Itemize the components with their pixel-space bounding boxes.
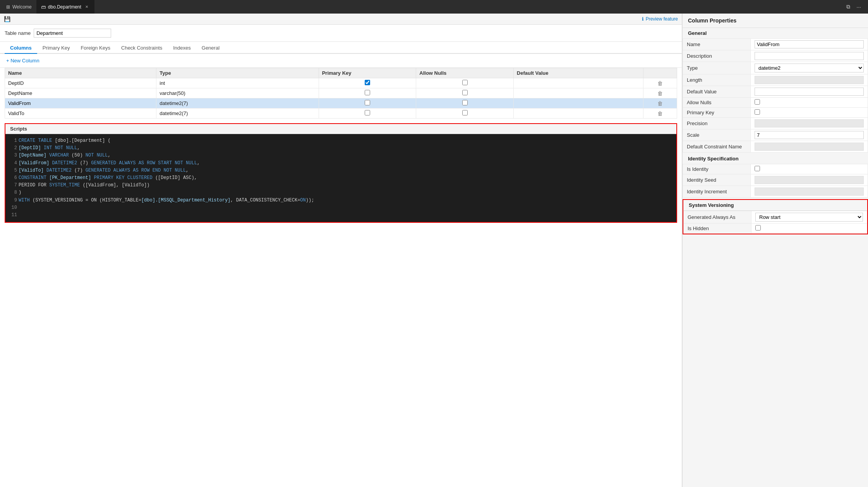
line-code: CONSTRAINT [PK_Department] PRIMARY KEY C…	[19, 174, 197, 182]
table-row[interactable]: DeptIDint🗑	[5, 78, 677, 88]
null-checkbox[interactable]	[462, 100, 468, 105]
system-versioning-props-table: Generated Always As Row start Row end No…	[683, 211, 867, 234]
col-props-header: Column Properties	[683, 14, 868, 28]
prop-input-scale[interactable]	[755, 131, 864, 139]
column-type-cell: varchar(50)	[156, 88, 319, 98]
prop-select-type[interactable]: datetime2 int varchar nvarchar bit decim…	[755, 64, 864, 72]
column-name-input[interactable]	[8, 100, 153, 106]
prop-label-length: Length	[683, 74, 751, 86]
column-type-cell: int	[156, 78, 319, 88]
welcome-tab-label: Welcome	[12, 4, 32, 10]
tab-columns[interactable]: Columns	[5, 42, 37, 54]
prop-select-generated-always-as[interactable]: Row start Row end None	[755, 213, 863, 222]
tab-primary-key[interactable]: Primary Key	[37, 42, 75, 54]
line-number: 10	[10, 204, 17, 212]
identity-section-header: Identity Specification	[683, 153, 868, 164]
prop-label-generated-always-as: Generated Always As	[684, 211, 751, 224]
script-line: 3 [DeptName] VARCHAR (50) NOT NULL,	[10, 152, 672, 159]
prop-checkbox-is-hidden[interactable]	[755, 225, 761, 231]
tab-check-constraints[interactable]: Check Constraints	[116, 42, 168, 54]
system-versioning-section: System Versioning Generated Always As Ro…	[683, 199, 868, 234]
table-row[interactable]: ValidTodatetime2(7)🗑	[5, 108, 677, 119]
prop-label-default-value: Default Value	[683, 86, 751, 98]
pk-checkbox[interactable]	[365, 80, 370, 85]
null-checkbox[interactable]	[462, 90, 468, 95]
line-number: 1	[10, 137, 17, 145]
script-line: 2 [DeptID] INT NOT NULL,	[10, 145, 672, 152]
pk-checkbox[interactable]	[365, 90, 370, 95]
null-checkbox[interactable]	[462, 80, 468, 85]
line-number: 11	[10, 212, 17, 219]
prop-readonly-identity-seed	[755, 176, 864, 184]
prop-row-precision: Precision	[683, 118, 868, 129]
col-header-pk: Primary Key	[319, 68, 416, 78]
prop-label-type: Type	[683, 62, 751, 74]
prop-label-scale: Scale	[683, 129, 751, 141]
close-tab-icon[interactable]: ✕	[84, 4, 90, 10]
system-versioning-header: System Versioning	[683, 200, 867, 211]
script-line: 8)	[10, 189, 672, 196]
delete-row-icon[interactable]: 🗑	[657, 90, 663, 96]
general-props-table: Name Description Type datetime2 int varc…	[683, 38, 868, 153]
table-row[interactable]: DeptNamevarchar(50)🗑	[5, 88, 677, 98]
tab-actions: ⧉ ···	[844, 2, 866, 12]
tabs-container: ⊞ Welcome 🗃 dbo.Department ✕	[2, 0, 94, 14]
prop-label-description: Description	[683, 50, 751, 62]
prop-row-default-constraint-name: Default Constraint Name	[683, 141, 868, 153]
prop-row-identity-seed: Identity Seed	[683, 174, 868, 186]
tab-indexes[interactable]: Indexes	[168, 42, 196, 54]
tab-department[interactable]: 🗃 dbo.Department ✕	[36, 0, 94, 14]
prop-input-default-value[interactable]	[755, 88, 864, 96]
tab-foreign-keys[interactable]: Foreign Keys	[75, 42, 116, 54]
delete-row-icon[interactable]: 🗑	[657, 110, 663, 117]
line-code: [ValidFrom] DATETIME2 (7) GENERATED ALWA…	[19, 160, 200, 167]
prop-row-generated-always-as: Generated Always As Row start Row end No…	[684, 211, 867, 224]
col-header-type: Type	[156, 68, 319, 78]
save-icon[interactable]: 💾	[4, 16, 10, 22]
identity-props-table: Is Identity Identity Seed Identity Incre…	[683, 164, 868, 198]
column-default-cell	[513, 88, 643, 98]
split-editor-button[interactable]: ⧉	[844, 2, 853, 12]
column-type-cell: datetime2(7)	[156, 108, 319, 119]
script-line: 10	[10, 204, 672, 212]
department-tab-label: dbo.Department	[48, 4, 81, 10]
pk-checkbox[interactable]	[365, 110, 370, 115]
prop-checkbox-primary-key[interactable]	[755, 109, 760, 115]
col-header-nulls: Allow Nulls	[416, 68, 514, 78]
line-number: 4	[10, 160, 17, 167]
new-column-bar: + New Column	[0, 54, 682, 68]
delete-row-icon[interactable]: 🗑	[657, 80, 663, 86]
column-name-cell: DeptID	[5, 78, 156, 88]
tab-welcome[interactable]: ⊞ Welcome	[2, 0, 36, 14]
line-code: PERIOD FOR SYSTEM_TIME ([ValidFrom], [Va…	[19, 182, 149, 189]
line-number: 5	[10, 167, 17, 174]
new-column-button[interactable]: + New Column	[5, 57, 41, 64]
preview-feature-label: Preview feature	[646, 16, 678, 22]
table-name-input[interactable]	[34, 29, 111, 38]
tab-general[interactable]: General	[196, 42, 225, 54]
more-actions-button[interactable]: ···	[854, 2, 863, 12]
prop-input-description[interactable]	[755, 52, 864, 60]
line-code: CREATE TABLE [dbo].[Department] (	[19, 137, 111, 145]
general-section-header: General	[683, 28, 868, 38]
department-tab-icon: 🗃	[41, 4, 46, 10]
script-line: 11	[10, 212, 672, 219]
prop-readonly-length	[755, 76, 864, 84]
scripts-label: Scripts	[5, 124, 676, 134]
delete-row-icon[interactable]: 🗑	[657, 100, 663, 107]
prop-checkbox-allow-nulls[interactable]	[755, 99, 760, 105]
col-header-del	[643, 68, 677, 78]
null-checkbox[interactable]	[462, 110, 468, 115]
column-name-cell: ValidTo	[5, 108, 156, 119]
toolbar-tabs: Columns Primary Key Foreign Keys Check C…	[0, 42, 682, 54]
table-header-row: Name Type Primary Key Allow Nulls Defaul…	[5, 68, 677, 78]
table-row[interactable]: datetime2(7)🗑	[5, 98, 677, 108]
preview-feature-bar[interactable]: ℹ Preview feature	[642, 16, 678, 22]
prop-label-is-identity: Is Identity	[683, 164, 751, 174]
pk-checkbox[interactable]	[365, 100, 370, 105]
line-number: 3	[10, 152, 17, 159]
prop-row-description: Description	[683, 50, 868, 62]
prop-input-name[interactable]	[755, 40, 864, 48]
prop-checkbox-is-identity[interactable]	[755, 166, 760, 171]
prop-readonly-identity-increment	[755, 188, 864, 196]
